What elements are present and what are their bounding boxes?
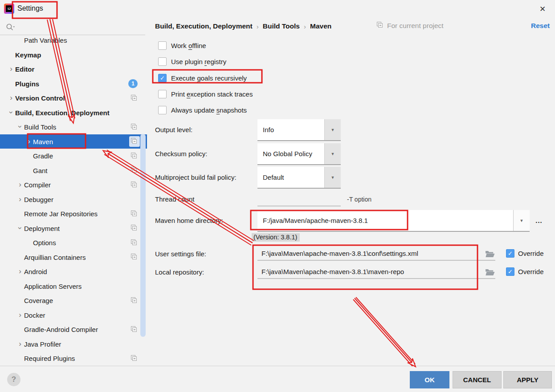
breadcrumb-item[interactable]: Maven [310, 22, 331, 30]
sidebar-item-label: Gant [33, 167, 48, 174]
thread-count-hint: -T option [347, 196, 371, 203]
sidebar-item-build-tools[interactable]: › Build Tools [0, 120, 147, 134]
local-repository-override[interactable]: ✓ Override [506, 267, 544, 276]
project-settings-icon [131, 95, 138, 102]
cancel-button[interactable]: CANCEL [453, 371, 502, 388]
sidebar-item-label: Docker [24, 311, 45, 319]
help-icon[interactable]: ? [7, 373, 20, 386]
breadcrumb-item[interactable]: Build, Execution, Deployment [155, 22, 253, 30]
reset-link[interactable]: Reset [531, 22, 550, 30]
sidebar-item-required-plugins[interactable]: Required Plugins [0, 352, 147, 366]
execute-goals-recursively-checkbox[interactable]: ✓ Execute goals recursively [158, 73, 247, 83]
chevron-right-icon: › [25, 137, 33, 145]
work-offline-checkbox[interactable]: Work offline [158, 40, 206, 51]
sidebar-item-label: Coverage [24, 297, 53, 304]
checkbox-unchecked[interactable] [158, 41, 167, 50]
intellij-logo-icon: IJ [4, 4, 14, 14]
settings-search-input[interactable] [0, 20, 145, 35]
sidebar-item-compiler[interactable]: › Compiler [0, 178, 147, 192]
multiproject-build-fail-policy-select[interactable]: Default ▼ [257, 167, 341, 189]
thread-count-input[interactable] [257, 206, 341, 206]
user-settings-file-input[interactable]: F:\java\Maven\apache-maven-3.8.1\conf\se… [261, 250, 418, 257]
user-settings-file-label: User settings file: [155, 250, 206, 258]
breadcrumb-item[interactable]: Build Tools [263, 22, 300, 30]
select-value: No Global Policy [257, 143, 324, 164]
sidebar-item-label: Path Variables [24, 36, 67, 44]
sidebar-item-java-profiler[interactable]: › Java Profiler [0, 337, 147, 351]
title-bar: IJ Settings ✕ [0, 0, 555, 18]
output-level-label: Output level: [155, 126, 192, 133]
override-label: Override [518, 268, 544, 275]
folder-browse-icon[interactable] [485, 250, 495, 259]
sidebar-item-coverage[interactable]: Coverage [0, 294, 147, 308]
sidebar-item-remote-jar-repositories[interactable]: Remote Jar Repositories [0, 207, 147, 221]
window-title: Settings [17, 4, 43, 12]
print-exception-stack-traces-checkbox[interactable]: Print exception stack traces [158, 89, 253, 99]
sidebar-scrollbar[interactable] [140, 134, 146, 337]
search-icon [5, 23, 15, 32]
project-settings-icon [131, 138, 138, 145]
chevron-down-icon[interactable]: ▼ [324, 167, 341, 188]
sidebar-item-deployment[interactable]: › Deployment [0, 221, 147, 235]
settings-nav-tree: Path Variables Keymap › Editor Plugins 1… [0, 35, 147, 366]
chevron-down-icon[interactable]: ▼ [324, 119, 341, 140]
checkbox-label: Print exception stack traces [171, 90, 253, 98]
sidebar-item-label: Build, Execution, Deployment [15, 109, 110, 117]
folder-browse-icon[interactable] [485, 268, 495, 277]
checkbox-checked[interactable]: ✓ [158, 74, 167, 82]
chevron-right-icon: › [16, 267, 24, 275]
use-plugin-registry-checkbox[interactable]: Use plugin registry [158, 57, 226, 67]
checkbox-unchecked[interactable] [158, 57, 167, 66]
close-icon[interactable]: ✕ [535, 3, 550, 15]
checkbox-label: Execute goals recursively [171, 74, 247, 82]
always-update-snapshots-checkbox[interactable]: Always update snapshots [158, 105, 247, 116]
sidebar-item-plugins[interactable]: Plugins 1 [0, 77, 147, 91]
local-repository-label: Local repository: [155, 268, 204, 276]
chevron-right-icon: › [7, 94, 15, 101]
sidebar-item-version-control[interactable]: › Version Control [0, 91, 147, 105]
maven-home-directory-combobox[interactable]: F:/java/Maven/apache-maven-3.8.1 ▼ [257, 210, 530, 232]
sidebar-item-docker[interactable]: › Docker [0, 308, 147, 322]
sidebar-item-build-execution-deployment[interactable]: › Build, Execution, Deployment [0, 105, 147, 120]
sidebar-item-android[interactable]: › Android [0, 265, 147, 279]
sidebar-item-label: Required Plugins [24, 355, 75, 362]
checkbox-unchecked[interactable] [158, 106, 167, 114]
local-repository-input[interactable]: F:\java\Maven\apache-maven-3.8.1\maven-r… [261, 268, 404, 275]
maven-home-value[interactable]: F:/java/Maven/apache-maven-3.8.1 [257, 210, 513, 231]
browse-more-button[interactable]: ... [534, 215, 544, 225]
sidebar-item-label: Deployment [24, 225, 60, 232]
sidebar-item-gradle-android-compiler[interactable]: Gradle-Android Compiler [0, 323, 147, 337]
checkbox-checked[interactable]: ✓ [506, 267, 514, 276]
sidebar-item-label: Gradle-Android Compiler [24, 326, 98, 333]
sidebar-item-maven[interactable]: › Maven [0, 134, 147, 149]
user-settings-file-underline [257, 260, 495, 261]
sidebar-item-arquillian-containers[interactable]: Arquillian Containers [0, 250, 147, 264]
breadcrumb-separator: › [257, 23, 259, 30]
user-settings-override[interactable]: ✓ Override [506, 249, 544, 258]
chevron-down-icon[interactable]: ▼ [513, 210, 530, 231]
project-settings-icon [131, 153, 138, 160]
checkbox-unchecked[interactable] [158, 90, 167, 98]
checksum-policy-select[interactable]: No Global Policy ▼ [257, 143, 341, 165]
sidebar-item-gant[interactable]: Gant [0, 163, 147, 178]
output-level-select[interactable]: Info ▼ [257, 119, 341, 141]
sidebar-item-label: Editor [15, 65, 34, 73]
sidebar-item-gradle[interactable]: Gradle [0, 149, 147, 163]
thread-count-label: Thread count [155, 195, 194, 203]
project-settings-icon [131, 225, 138, 232]
checkbox-label: Work offline [171, 42, 206, 49]
check-icon: ✓ [160, 74, 165, 81]
sidebar-item-application-servers[interactable]: Application Servers [0, 279, 147, 293]
sidebar-item-keymap[interactable]: Keymap [0, 48, 147, 62]
apply-button[interactable]: APPLY [503, 371, 552, 388]
checkbox-checked[interactable]: ✓ [506, 249, 514, 258]
checksum-policy-label: Checksum policy: [155, 150, 208, 158]
sidebar-item-label: Debugger [24, 196, 53, 203]
sidebar-item-options[interactable]: Options [0, 236, 147, 250]
sidebar-item-editor[interactable]: › Editor [0, 62, 147, 77]
sidebar-item-path-variables[interactable]: Path Variables [0, 35, 147, 48]
sidebar-item-debugger[interactable]: › Debugger [0, 192, 147, 206]
scope-indicator: For current project [377, 22, 444, 30]
ok-button[interactable]: OK [410, 371, 449, 388]
chevron-down-icon[interactable]: ▼ [324, 143, 341, 164]
